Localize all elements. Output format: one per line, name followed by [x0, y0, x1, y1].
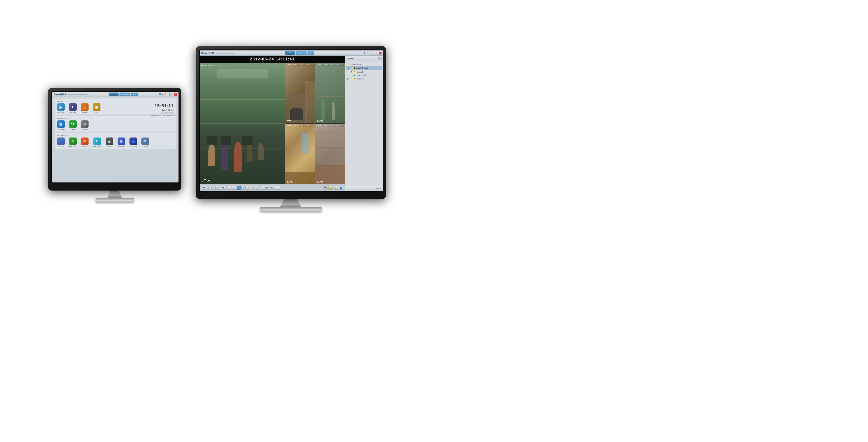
live-maximize-btn[interactable]: □ — [375, 52, 378, 55]
account-icon-item[interactable]: 👥 ACCOUNT — [129, 137, 137, 147]
tree-item-device-ip[interactable]: 10.15.1.108 — [346, 74, 382, 77]
tree-item-default-group[interactable]: ▼ 📁 Default Group — [346, 66, 382, 70]
group1-arrow: ▼ — [350, 70, 353, 73]
live-date-header: 2012-05-24 14:11:41 — [200, 56, 345, 63]
btn-layout-4[interactable]: 4 — [232, 186, 236, 190]
live-logo: SmartPSS Professional Surveillance Syste… — [202, 52, 236, 55]
zoom-select[interactable]: Original Full — [262, 186, 274, 190]
scene: SmartPSS Professional Surveillance Syste… — [0, 0, 434, 221]
live-video-area: 2012-05-24 14:11:41 — [200, 56, 345, 191]
panel-footer: View ▼ — [345, 186, 383, 191]
cam5-label: CAM 5 — [317, 181, 323, 183]
tree-item-new-group[interactable]: ▶ 📁 New Group — [346, 77, 382, 81]
right-monitor-outer: SmartPSS Professional Surveillance Syste… — [196, 46, 386, 199]
default-group-arrow: ▼ — [347, 67, 350, 69]
sp-window-controls: 👤 🔔 ❓ _ □ × — [159, 93, 177, 96]
vwall2-icon: ▦ — [118, 137, 125, 145]
minimize-btn[interactable]: _ — [167, 93, 170, 96]
vwall2-icon-item[interactable]: ▦ VIDEO WALL — [117, 137, 126, 147]
btn-layout-1[interactable]: 1 — [227, 186, 231, 190]
alarmcfg-icon-item[interactable]: 🔔 ALARM CFG — [81, 137, 89, 147]
log-icon: 📋 — [93, 103, 100, 111]
log-icon-item[interactable]: 📋 LOG — [92, 103, 101, 113]
btn-next[interactable]: ▶▶ — [221, 186, 225, 190]
btn-layout-6[interactable]: 6 — [237, 186, 241, 190]
btn-layout-25[interactable]: 25 — [256, 186, 260, 190]
status-icon-4[interactable]: 👤 — [339, 186, 343, 190]
sp-logo: SmartPSS Professional Surveillance Syste… — [54, 93, 88, 96]
live-home-btn[interactable]: HOME PAGE — [296, 51, 307, 55]
device-online-indicator — [353, 74, 355, 76]
devices-icon-item[interactable]: 👤 DEVICES — [57, 137, 65, 147]
devices-label: DEVICES — [58, 146, 64, 147]
live-camera-btn[interactable]: 📷 — [285, 51, 294, 55]
group1-label: group1 — [357, 71, 363, 73]
pcnvr-label: PC-NVR — [106, 146, 112, 147]
default-group-label: Default Group — [354, 67, 368, 69]
right-monitor-screen: SmartPSS Professional Surveillance Syste… — [200, 51, 383, 191]
live-date-text: 2012-05-24 14:11:41 — [250, 57, 294, 61]
left-monitor-bezel: SmartPSS Professional Surveillance Syste… — [52, 91, 178, 183]
device-tree: 📁 Import Group ▼ 📁 Default Group — [345, 61, 383, 186]
live-add-btn[interactable]: ADD — [308, 51, 314, 55]
tree-item-group1[interactable]: ▼ 📁 group1 — [346, 70, 382, 74]
sp-settings-icons: 👤 DEVICES ⚙ DEVICE C — [57, 137, 174, 147]
liveview-icon-item[interactable]: ▶ LIVEVIEW — [57, 103, 65, 113]
devcfg-icon-item[interactable]: ⚙ DEVICE CFG — [68, 137, 78, 147]
sp-titlebar: SmartPSS Professional Surveillance Syste… — [52, 92, 179, 97]
camera-tool-btn[interactable]: 📷 — [109, 93, 119, 96]
ptz-cam-label: Demo - PTZ — [287, 64, 296, 65]
ptz-label: PTZ — [287, 120, 291, 122]
btn-pause[interactable]: ⏸ — [211, 186, 216, 190]
videowall-icon-item[interactable]: ▦ VIDEO WALL — [57, 120, 65, 130]
pcnvr-icon-item[interactable]: 💾 PC-NVR — [105, 137, 114, 147]
display-icon-item[interactable]: 🖥 DISPLAY — [81, 120, 89, 130]
right-monitor-stand-base — [260, 207, 322, 212]
display-icon: 🖥 — [81, 120, 89, 128]
maximize-btn[interactable]: □ — [170, 93, 173, 96]
status-icon-1[interactable]: 💾 — [323, 186, 328, 190]
btn-layout-9[interactable]: 9 — [246, 186, 250, 190]
btn-play[interactable]: ▶ — [216, 186, 220, 190]
liveview-icon: ▶ — [57, 103, 65, 111]
account-label: ACCOUNT — [130, 146, 137, 147]
sp-advanced-section: ADVANCED ▦ VIDEO WALL — [55, 116, 176, 131]
sp-settings-section: SETTINGS 👤 DEVICES — [55, 133, 176, 149]
devcfg-label: DEVICE CFG — [68, 146, 78, 147]
device-ip-label: 10.15.1.108 — [356, 74, 367, 76]
smartpss-main-ui: SmartPSS Professional Surveillance Syste… — [52, 92, 179, 183]
office-cam-label: Demo - CAM 1 — [202, 64, 214, 66]
live-minimize-btn[interactable]: _ — [372, 52, 374, 55]
general-icon-item[interactable]: ⚙ GENERAL — [141, 137, 150, 147]
panel-header: Device 🔍 — [345, 56, 383, 61]
playback-icon-item[interactable]: ⏵ PLAYBACK — [68, 103, 77, 113]
btn-layout-8[interactable]: 8 — [241, 186, 246, 190]
add-btn[interactable]: ADD — [131, 93, 138, 96]
video-cell-cam3: 2012-05-24 14:11:41 Demo - CAM 3 CAM 3 — [315, 63, 345, 123]
tourtask-icon-item[interactable]: ↻ TOUR & TASK — [92, 137, 102, 147]
tourtask-label: TOUR & TASK — [92, 146, 102, 147]
btn-fullscreen[interactable]: ⛶ — [275, 186, 280, 190]
tree-item-import[interactable]: 📁 Import Group — [346, 62, 382, 66]
group1-folder-icon: 📁 — [354, 70, 356, 73]
alarmcfg-label: ALARM CFG — [81, 146, 89, 147]
left-monitor-stand-neck — [107, 191, 122, 198]
status-icon-2[interactable]: 🔔 — [329, 186, 333, 190]
playback-icon: ⏵ — [69, 103, 76, 111]
status-icon-3[interactable]: 🔒 — [334, 186, 338, 190]
sp-login-time: Login Time: 15:49 2014-06-03 — [151, 115, 174, 116]
home-page-btn[interactable]: HOME PAGE — [120, 93, 130, 96]
alarmcfg-icon: 🔔 — [81, 137, 89, 145]
close-btn[interactable]: × — [174, 93, 177, 96]
live-close-btn[interactable]: × — [379, 52, 381, 55]
live-logo-text: SmartPSS — [202, 52, 214, 55]
alarm-icon: ⚠ — [81, 103, 89, 111]
btn-prev-prev[interactable]: ◀◀ — [202, 186, 206, 190]
emap-icon-item[interactable]: 🗺 E-MAP — [68, 120, 77, 130]
live-toolbar-btns: 📷 HOME PAGE ADD — [285, 51, 314, 55]
btn-prev[interactable]: ◀ — [207, 186, 211, 190]
panel-search-btn[interactable]: 🔍 — [378, 57, 382, 60]
btn-layout-16[interactable]: 16 — [251, 186, 255, 190]
display-label: DISPLAY — [82, 129, 88, 130]
alarm-icon-item[interactable]: ⚠ ALARM — [81, 103, 89, 113]
